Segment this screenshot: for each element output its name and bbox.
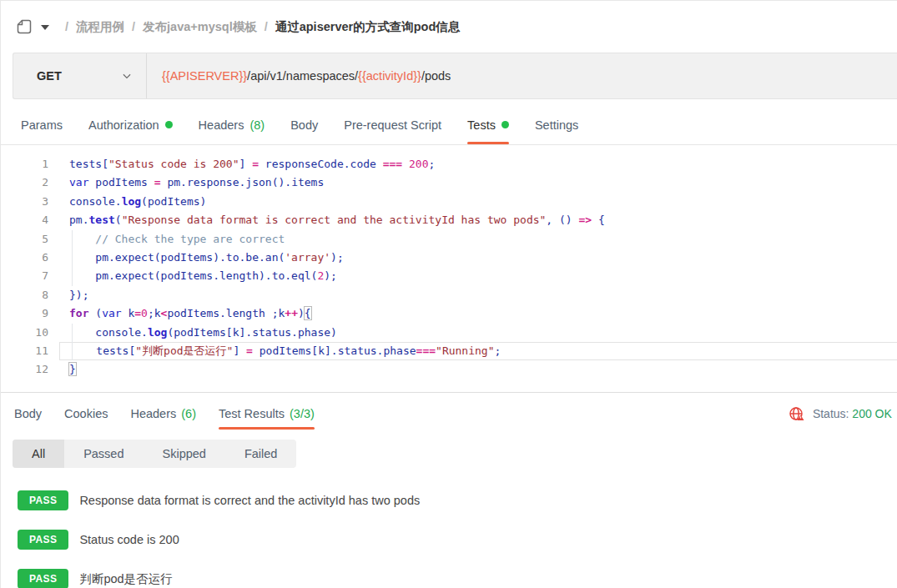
green-dot-icon [501,121,509,128]
tab-tests[interactable]: Tests [467,105,509,144]
code-token: log [148,326,167,339]
code-token: var [69,176,88,188]
code-content[interactable]: console.log(podItems) [59,193,897,211]
code-content[interactable]: pm.test("Response data format is correct… [59,211,897,229]
breadcrumb-separator: / [132,20,135,33]
line-number: 5 [1,230,59,249]
code-token: { [304,306,312,320]
tab-headers[interactable]: Headers(8) [199,105,265,144]
code-token: "Response data format is correct and the… [122,214,547,226]
tab-count: (3/3) [290,407,315,420]
code-line[interactable]: 4pm.test("Response data format is correc… [1,211,897,229]
filter-skipped[interactable]: Skipped [144,440,225,468]
tab-label: Body [14,407,42,420]
line-number: 12 [1,360,59,379]
url-text: /api/v1/namespaces/ [247,69,358,83]
breadcrumb-item[interactable]: 通过apiserver的方式查询pod信息 [275,20,461,33]
pass-badge: PASS [18,569,68,588]
tab-headers[interactable]: Headers(6) [130,393,196,435]
code-token: ( [115,214,122,226]
code-token: 'array' [285,251,330,264]
code-token: pm.expect(podItems.length).to.eql( [69,269,317,282]
chevron-down-icon[interactable] [41,25,49,30]
line-number: 3 [1,193,59,211]
method-select[interactable]: GET [13,53,147,98]
code-line[interactable]: 2var podItems = pm.response.json().items [1,173,897,192]
line-number: 2 [1,173,59,192]
line-number: 4 [1,211,59,229]
filter-failed[interactable]: Failed [225,440,297,468]
code-content[interactable]: for (var k=0;k<podItems.length ;k++){ [59,304,897,323]
code-token: (podItems) [141,195,206,208]
code-line[interactable]: 3console.log(podItems) [1,193,897,211]
filter-all[interactable]: All [13,440,64,468]
code-token: var [102,307,121,319]
tab-cookies[interactable]: Cookies [64,393,108,435]
tab-label: Headers [130,407,176,420]
request-tabs: ParamsAuthorizationHeaders(8)BodyPre-req… [1,105,897,145]
code-content[interactable]: pm.expect(podItems).to.be.an('array'); [59,249,897,267]
code-line[interactable]: 5 // Check the type are correct [1,230,897,249]
code-token: , () [546,214,578,226]
line-number: 7 [1,267,59,285]
code-line[interactable]: 12} [1,360,897,379]
code-token: test [88,214,114,226]
code-content[interactable]: // Check the type are correct [59,230,897,249]
tab-test-results[interactable]: Test Results(3/3) [219,393,315,435]
tab-body[interactable]: Body [290,105,318,144]
tab-authorization[interactable]: Authorization [88,105,173,144]
tab-count: (8) [249,118,265,132]
code-content[interactable]: } [59,360,897,379]
filter-passed[interactable]: Passed [64,440,143,468]
code-token: => [579,214,592,226]
code-line[interactable]: 1tests["Status code is 200"] = responseC… [1,155,897,173]
code-token: = [252,158,259,170]
code-line[interactable]: 8}); [1,286,897,304]
url-variable: {{APISERVER}} [162,69,247,83]
code-token: === [383,158,402,170]
code-token: 200 [402,158,428,170]
code-line[interactable]: 6 pm.expect(podItems).to.be.an('array'); [1,249,897,267]
response-tabs: BodyCookiesHeaders(6)Test Results(3/3) S… [1,393,897,435]
collection-file-icon[interactable] [16,18,33,35]
code-token: "Running" [436,344,494,357]
network-error-icon[interactable] [789,406,805,421]
code-content[interactable]: console.log(podItems[k].status.phase) [59,324,897,342]
code-token: responseCode.code [259,158,383,170]
breadcrumb: /流程用例/发布java+mysql模板/通过apiserver的方式查询pod… [1,1,897,53]
code-line[interactable]: 10 console.log(podItems[k].status.phase) [1,324,897,342]
tab-label: Body [290,118,318,132]
code-token: ( [88,307,102,319]
code-token: ;k [148,307,161,319]
url-input[interactable]: {{APISERVER}}/api/v1/namespaces/{{activi… [147,53,897,98]
code-line[interactable]: 7 pm.expect(podItems.length).to.eql(2); [1,267,897,285]
tests-code-editor[interactable]: 1tests["Status code is 200"] = responseC… [1,145,897,393]
code-token: "Status code is 200" [108,158,239,170]
code-content[interactable]: tests["Status code is 200"] = responseCo… [59,155,897,173]
tab-pre-request-script[interactable]: Pre-request Script [344,105,441,144]
chevron-down-icon [121,70,133,82]
tab-settings[interactable]: Settings [535,105,578,144]
test-result-row: PASSResponse data format is correct and … [18,490,897,510]
breadcrumb-item[interactable]: 发布java+mysql模板 [143,20,257,33]
code-line[interactable]: 9for (var k=0;k<podItems.length ;k++){ [1,304,897,323]
result-filters: AllPassedSkippedFailed [13,440,296,468]
tab-params[interactable]: Params [21,105,63,144]
url-bar-section: GET {{APISERVER}}/api/v1/namespaces/{{ac… [1,53,897,105]
code-token: log [122,195,141,208]
breadcrumb-item[interactable]: 流程用例 [76,20,124,33]
code-content[interactable]: tests["判断pod是否运行"] = podItems[k].status.… [59,342,897,360]
method-label: GET [37,69,62,83]
status-value: 200 OK [852,407,891,420]
tab-body[interactable]: Body [14,393,42,435]
code-token: podItems [88,176,154,188]
code-line[interactable]: 11 tests["判断pod是否运行"] = podItems[k].stat… [1,342,897,360]
line-number: 9 [1,304,59,323]
code-content[interactable]: }); [59,286,897,304]
code-content[interactable]: pm.expect(podItems.length).to.eql(2); [59,267,897,285]
line-number: 1 [1,155,59,173]
code-content[interactable]: var podItems = pm.response.json().items [59,173,897,192]
code-token: 0 [141,307,148,319]
tab-label: Tests [467,118,496,132]
code-token: = [246,344,253,357]
